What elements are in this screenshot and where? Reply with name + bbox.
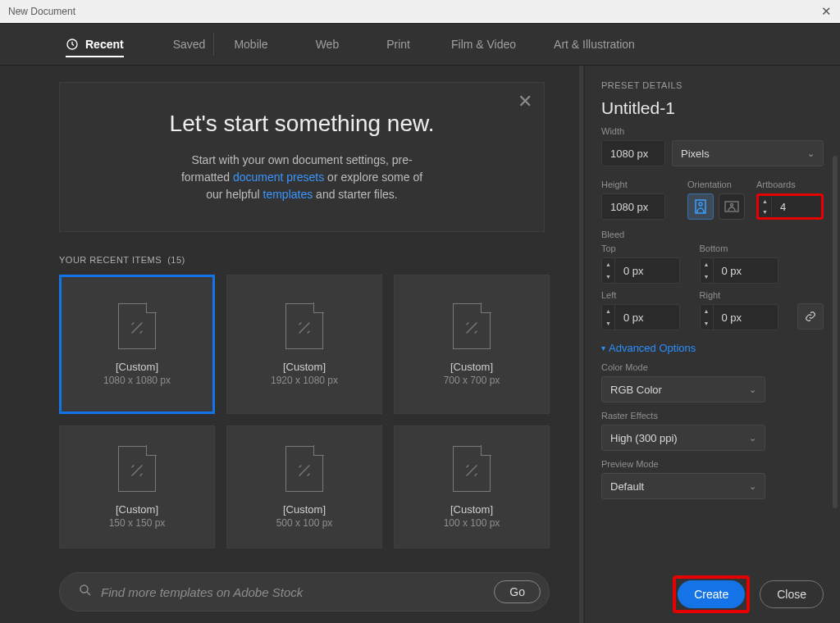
tab-film[interactable]: Film & Video bbox=[451, 26, 516, 62]
tab-recent[interactable]: Recent bbox=[66, 26, 124, 62]
preset-details-panel: PRESET DETAILS Untitled-1 Width 1080 px … bbox=[584, 66, 840, 623]
bleed-top-label: Top bbox=[601, 243, 688, 253]
color-mode-dropdown[interactable]: RGB Color⌄ bbox=[601, 376, 765, 402]
bleed-left-input[interactable]: ▲▼0 px bbox=[601, 304, 680, 330]
tab-web[interactable]: Web bbox=[316, 26, 340, 62]
raster-effects-label: Raster Effects bbox=[601, 411, 824, 421]
chevron-down-icon: ⌄ bbox=[749, 433, 756, 443]
bleed-top-input[interactable]: ▲▼0 px bbox=[601, 257, 680, 284]
svg-point-1 bbox=[80, 585, 88, 593]
search-icon bbox=[78, 583, 93, 602]
chevron-down-icon: ⌄ bbox=[749, 481, 756, 492]
tab-print[interactable]: Print bbox=[386, 26, 410, 62]
preset-card-0[interactable]: [Custom] 1080 x 1080 px bbox=[59, 275, 215, 414]
window-close-icon[interactable]: ✕ bbox=[821, 4, 832, 19]
bleed-left-label: Left bbox=[601, 290, 688, 300]
preset-grid: [Custom] 1080 x 1080 px [Custom] 1920 x … bbox=[59, 275, 584, 414]
width-label: Width bbox=[601, 126, 824, 136]
bleed-right-label: Right bbox=[700, 290, 787, 300]
scrollbar[interactable] bbox=[833, 156, 838, 508]
preset-card-title: [Custom] bbox=[116, 503, 158, 516]
preset-card-dims: 1080 x 1080 px bbox=[103, 375, 171, 386]
width-input[interactable]: 1080 px bbox=[601, 140, 665, 166]
step-up-icon[interactable]: ▲ bbox=[759, 196, 771, 207]
scrollbar[interactable] bbox=[579, 66, 583, 623]
search-go-button[interactable]: Go bbox=[494, 580, 541, 603]
preset-card-dims: 1920 x 1080 px bbox=[271, 375, 338, 386]
preset-card-dims: 100 x 100 px bbox=[444, 517, 500, 529]
orientation-landscape[interactable] bbox=[719, 193, 745, 220]
create-button[interactable]: Create bbox=[678, 580, 745, 608]
recent-items-label: YOUR RECENT ITEMS (15) bbox=[59, 255, 584, 265]
preset-card-4[interactable]: [Custom] 500 x 100 px bbox=[226, 425, 382, 548]
artboards-stepper[interactable]: ▲▼ 4 bbox=[756, 193, 824, 220]
hero-close-icon[interactable]: ✕ bbox=[518, 91, 532, 112]
tab-divider bbox=[213, 33, 214, 56]
tab-art[interactable]: Art & Illustration bbox=[554, 26, 635, 62]
preset-card-3[interactable]: [Custom] 150 x 150 px bbox=[59, 425, 215, 548]
units-dropdown[interactable]: Pixels⌄ bbox=[672, 140, 824, 166]
window-title: New Document bbox=[8, 6, 75, 17]
bleed-right-input[interactable]: ▲▼0 px bbox=[700, 304, 778, 330]
height-input[interactable]: 1080 px bbox=[601, 193, 665, 220]
hero-banner: ✕ Let's start something new. Start with … bbox=[59, 82, 545, 232]
tab-art-label: Art & Illustration bbox=[554, 38, 635, 51]
raster-effects-dropdown[interactable]: High (300 ppi)⌄ bbox=[601, 425, 765, 451]
step-down-icon[interactable]: ▼ bbox=[759, 207, 771, 217]
tab-recent-label: Recent bbox=[85, 38, 124, 51]
create-highlight: Create bbox=[673, 575, 750, 613]
document-icon bbox=[453, 303, 491, 349]
tab-saved-label: Saved bbox=[173, 38, 206, 51]
preset-card-dims: 700 x 700 px bbox=[444, 375, 500, 386]
tab-mobile[interactable]: Mobile bbox=[234, 26, 267, 62]
preset-card-title: [Custom] bbox=[116, 361, 158, 373]
preset-card-dims: 150 x 150 px bbox=[109, 517, 166, 529]
svg-point-5 bbox=[731, 204, 733, 207]
templates-link[interactable]: templates bbox=[263, 188, 313, 201]
dialog-footer: Create Close bbox=[673, 575, 824, 613]
artboards-label: Artboards bbox=[756, 180, 824, 189]
preset-card-dims: 500 x 100 px bbox=[276, 517, 333, 529]
preset-card-title: [Custom] bbox=[283, 361, 326, 373]
preset-card-1[interactable]: [Custom] 1920 x 1080 px bbox=[226, 275, 382, 414]
document-icon bbox=[453, 446, 491, 492]
stock-search[interactable]: Find more templates on Adobe Stock Go bbox=[59, 572, 550, 612]
bleed-bottom-input[interactable]: ▲▼0 px bbox=[700, 257, 778, 284]
tab-saved[interactable]: Saved bbox=[173, 26, 206, 62]
preview-mode-dropdown[interactable]: Default⌄ bbox=[601, 473, 765, 499]
chevron-down-icon: ⌄ bbox=[807, 148, 815, 159]
color-mode-label: Color Mode bbox=[601, 362, 824, 372]
recent-icon bbox=[66, 38, 79, 51]
tab-film-label: Film & Video bbox=[451, 38, 516, 51]
preset-card-title: [Custom] bbox=[450, 503, 493, 516]
artboards-value: 4 bbox=[772, 201, 821, 213]
category-tabs: Recent Saved Mobile Web Print Film & Vid… bbox=[0, 23, 840, 66]
bleed-bottom-label: Bottom bbox=[700, 243, 787, 253]
link-icon bbox=[805, 311, 816, 322]
hero-heading: Let's start something new. bbox=[93, 111, 511, 137]
bleed-label: Bleed bbox=[601, 230, 824, 239]
preset-details-label: PRESET DETAILS bbox=[601, 80, 824, 90]
height-label: Height bbox=[601, 180, 676, 189]
svg-point-3 bbox=[699, 202, 702, 206]
search-placeholder: Find more templates on Adobe Stock bbox=[101, 585, 494, 599]
preset-card-title: [Custom] bbox=[283, 503, 326, 516]
document-icon bbox=[285, 446, 323, 492]
orientation-portrait[interactable] bbox=[687, 193, 714, 220]
chevron-down-icon: ⌄ bbox=[749, 384, 756, 395]
advanced-options-toggle[interactable]: Advanced Options bbox=[601, 342, 824, 354]
preview-mode-label: Preview Mode bbox=[601, 459, 824, 469]
titlebar: New Document ✕ bbox=[0, 0, 840, 23]
close-button[interactable]: Close bbox=[760, 580, 824, 608]
preset-card-5[interactable]: [Custom] 100 x 100 px bbox=[394, 425, 550, 548]
preset-card-title: [Custom] bbox=[450, 361, 493, 373]
document-presets-link[interactable]: document presets bbox=[233, 171, 324, 184]
document-icon bbox=[285, 303, 323, 349]
tab-mobile-label: Mobile bbox=[234, 38, 267, 51]
document-name[interactable]: Untitled-1 bbox=[601, 98, 824, 118]
recent-items-count: (15) bbox=[167, 255, 185, 265]
preset-grid-row2: [Custom] 150 x 150 px [Custom] 500 x 100… bbox=[59, 425, 584, 548]
orientation-label: Orientation bbox=[687, 180, 745, 189]
link-bleed-button[interactable] bbox=[797, 303, 824, 330]
preset-card-2[interactable]: [Custom] 700 x 700 px bbox=[394, 275, 550, 414]
